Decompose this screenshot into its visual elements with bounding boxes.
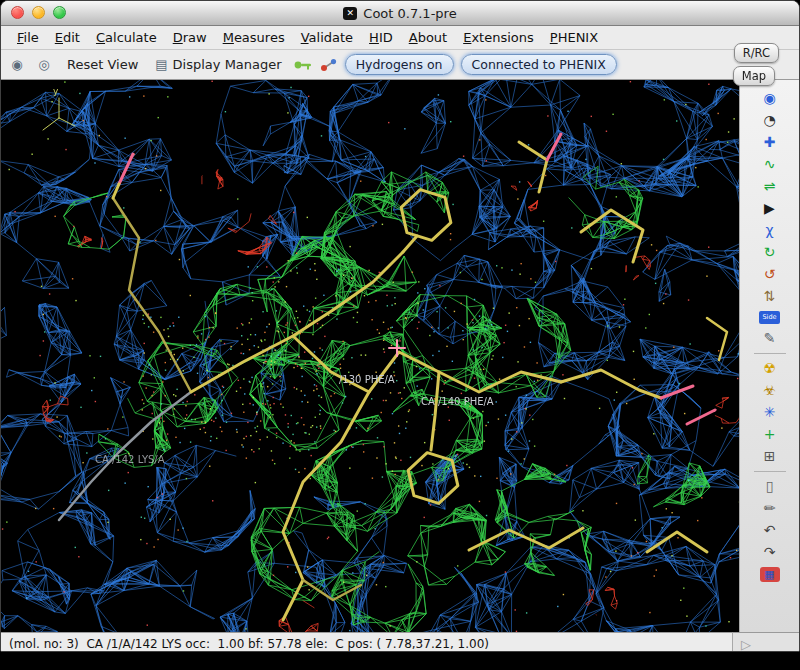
titlebar[interactable]: ✕ Coot 0.7.1-pre [1, 1, 799, 26]
menu-calculate[interactable]: Calculate [88, 28, 165, 47]
reset-view-button[interactable]: Reset View [61, 55, 144, 74]
radiation-icon[interactable]: ☢ [758, 358, 782, 379]
gl-viewport: /130 PHE/ACA /140 PHE/ACA /142 LYS/A [1, 80, 739, 632]
recentre-clock-icon[interactable]: ◔ [758, 110, 782, 131]
window-title-text: Coot 0.7.1-pre [363, 6, 456, 21]
redo-icon[interactable]: ↷ [758, 542, 782, 563]
right-icon-toolbar: ◉◔✚∿⇌▶χ↻↺⇅Side✎☢☣✳+⊞▯✏↶↷▦ [739, 80, 799, 632]
gl-canvas[interactable] [1, 80, 739, 632]
menu-measures[interactable]: Measures [215, 28, 293, 47]
scene-icon-1[interactable]: ◉ [7, 55, 27, 75]
rotamers-icon[interactable]: ↺ [758, 264, 782, 285]
status-row: (mol. no: 3) CA /1/A/142 LYS occ: 1.00 b… [1, 632, 799, 652]
menu-phenix[interactable]: PHENIX [542, 28, 606, 47]
coot-window: ✕ Coot 0.7.1-pre FileEditCalculateDrawMe… [0, 0, 800, 652]
edit-chi-angles-icon[interactable]: χ [758, 220, 782, 241]
status-corner: ▷ [732, 632, 799, 652]
display-manager-button[interactable]: ▤ Display Manager [151, 55, 285, 74]
zoom-button[interactable] [53, 6, 66, 19]
refine-sphere-icon[interactable]: ◉ [758, 88, 782, 109]
menu-extensions[interactable]: Extensions [455, 28, 542, 47]
flip-peptide-icon[interactable]: ⇅ [758, 286, 782, 307]
toolbar-separator [754, 353, 786, 354]
biohazard-icon[interactable]: ☣ [758, 380, 782, 401]
delete-trash-icon[interactable]: ▯ [758, 476, 782, 497]
play-icon[interactable]: ▶ [758, 198, 782, 219]
add-terminal-residue-icon[interactable]: ⊞ [758, 446, 782, 467]
hydrogens-on-button[interactable]: Hydrogens on [345, 54, 454, 75]
regularize-zone-icon[interactable]: ⇌ [758, 176, 782, 197]
display-manager-label: Display Manager [173, 57, 282, 72]
residue-label: CA /140 PHE/A [421, 396, 494, 407]
menubar: FileEditCalculateDrawMeasuresValidateHID… [1, 26, 799, 50]
content-row: /130 PHE/ACA /140 PHE/ACA /142 LYS/A ◉◔✚… [1, 80, 799, 632]
menu-about[interactable]: About [401, 28, 455, 47]
menu-draw[interactable]: Draw [165, 28, 215, 47]
pencil-icon[interactable]: ✏ [758, 498, 782, 519]
status-bar: (mol. no: 3) CA /1/A/142 LYS occ: 1.00 b… [1, 632, 732, 652]
menu-hid[interactable]: HID [361, 28, 401, 47]
rigid-body-fit-icon[interactable]: ✚ [758, 132, 782, 153]
bonds-molecule-icon[interactable] [320, 58, 338, 72]
residue-label: /130 PHE/A [339, 374, 395, 385]
hydrogen-key-icon[interactable] [293, 59, 313, 71]
undo-icon[interactable]: ↶ [758, 520, 782, 541]
colours-icon[interactable]: ▦ [760, 567, 780, 582]
close-button[interactable] [11, 6, 24, 19]
real-space-refine-icon[interactable]: ∿ [758, 154, 782, 175]
toolbar-expand-arrow-icon[interactable]: ▷ [741, 637, 751, 652]
x11-icon: ✕ [343, 7, 357, 20]
scene-icon-2[interactable]: ◎ [34, 55, 54, 75]
toolbar-separator [754, 471, 786, 472]
auto-fit-rotamer-icon[interactable]: ↻ [758, 242, 782, 263]
map-button[interactable]: Map [733, 66, 775, 86]
place-atom-icon[interactable]: + [758, 424, 782, 445]
display-manager-icon: ▤ [155, 57, 167, 72]
window-title: ✕ Coot 0.7.1-pre [343, 6, 456, 21]
menu-file[interactable]: File [9, 28, 47, 47]
add-alt-conf-icon[interactable]: ✳ [758, 402, 782, 423]
connected-to-phenix-button[interactable]: Connected to PHENIX [461, 54, 617, 75]
menu-edit[interactable]: Edit [47, 28, 88, 47]
toolbar: ◉ ◎ Reset View ▤ Display Manager Hydroge… [1, 50, 799, 80]
residue-label: CA /142 LYS/A [95, 454, 165, 465]
menu-validate[interactable]: Validate [293, 28, 361, 47]
r-rc-button[interactable]: R/RC [734, 43, 779, 63]
window-controls [11, 6, 66, 19]
edit-backbone-icon[interactable]: ✎ [758, 328, 782, 349]
minimize-button[interactable] [32, 6, 45, 19]
side-chain-flip-icon[interactable]: Side [759, 311, 779, 324]
